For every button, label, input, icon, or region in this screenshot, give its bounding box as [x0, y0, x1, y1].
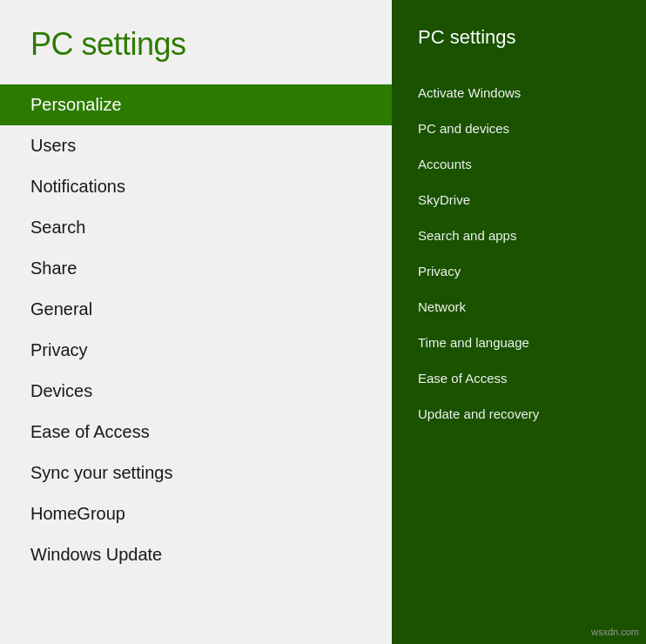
right-nav-link-9[interactable]: Update and recovery [392, 396, 646, 432]
right-nav-link-3[interactable]: SkyDrive [392, 182, 646, 218]
left-nav-link-11[interactable]: Windows Update [0, 534, 392, 575]
right-nav-item-network[interactable]: Network [392, 289, 646, 325]
left-nav-list: PersonalizeUsersNotificationsSearchShare… [0, 84, 392, 644]
left-nav-item-users[interactable]: Users [0, 125, 392, 166]
right-nav-item-activate-windows[interactable]: Activate Windows [392, 75, 646, 111]
left-nav-item-share[interactable]: Share [0, 248, 392, 289]
left-nav-link-3[interactable]: Search [0, 207, 392, 248]
right-nav-list: Activate WindowsPC and devicesAccountsSk… [392, 75, 646, 432]
left-nav-item-notifications[interactable]: Notifications [0, 166, 392, 207]
right-nav-link-0[interactable]: Activate Windows [392, 75, 646, 111]
left-nav-link-2[interactable]: Notifications [0, 166, 392, 207]
left-nav-link-1[interactable]: Users [0, 125, 392, 166]
watermark: wsxdn.com [591, 627, 639, 637]
left-nav-item-sync-your-settings[interactable]: Sync your settings [0, 453, 392, 493]
right-nav-item-search-and-apps[interactable]: Search and apps [392, 218, 646, 253]
left-nav-item-homegroup[interactable]: HomeGroup [0, 493, 392, 534]
right-nav-item-ease-of-access[interactable]: Ease of Access [392, 360, 646, 396]
left-nav-link-9[interactable]: Sync your settings [0, 453, 392, 493]
left-nav-item-general[interactable]: General [0, 289, 392, 330]
left-nav-link-5[interactable]: General [0, 289, 392, 330]
right-nav-item-pc-and-devices[interactable]: PC and devices [392, 111, 646, 146]
right-panel-title: PC settings [392, 26, 646, 75]
right-panel: PC settings Activate WindowsPC and devic… [392, 0, 646, 644]
left-nav-link-10[interactable]: HomeGroup [0, 493, 392, 534]
right-nav-link-2[interactable]: Accounts [392, 146, 646, 182]
left-panel: PC settings PersonalizeUsersNotification… [0, 0, 392, 644]
right-nav-link-5[interactable]: Privacy [392, 253, 646, 289]
right-nav-item-update-and-recovery[interactable]: Update and recovery [392, 396, 646, 432]
right-nav-item-skydrive[interactable]: SkyDrive [392, 182, 646, 218]
left-nav-link-6[interactable]: Privacy [0, 330, 392, 371]
right-nav-link-4[interactable]: Search and apps [392, 218, 646, 253]
left-nav-item-ease-of-access[interactable]: Ease of Access [0, 412, 392, 453]
right-nav-link-6[interactable]: Network [392, 289, 646, 325]
left-nav-item-privacy[interactable]: Privacy [0, 330, 392, 371]
left-nav-item-search[interactable]: Search [0, 207, 392, 248]
left-nav-link-0[interactable]: Personalize [0, 84, 392, 125]
left-nav-link-4[interactable]: Share [0, 248, 392, 289]
right-nav-link-8[interactable]: Ease of Access [392, 360, 646, 396]
app-title: PC settings [0, 0, 392, 84]
left-nav-link-8[interactable]: Ease of Access [0, 412, 392, 453]
right-nav-item-accounts[interactable]: Accounts [392, 146, 646, 182]
right-nav-link-7[interactable]: Time and language [392, 325, 646, 360]
right-nav-item-time-and-language[interactable]: Time and language [392, 325, 646, 360]
left-nav-item-devices[interactable]: Devices [0, 371, 392, 412]
left-nav-item-personalize[interactable]: Personalize [0, 84, 392, 125]
left-nav-item-windows-update[interactable]: Windows Update [0, 534, 392, 575]
left-nav-link-7[interactable]: Devices [0, 371, 392, 412]
right-nav-link-1[interactable]: PC and devices [392, 111, 646, 146]
right-nav-item-privacy[interactable]: Privacy [392, 253, 646, 289]
